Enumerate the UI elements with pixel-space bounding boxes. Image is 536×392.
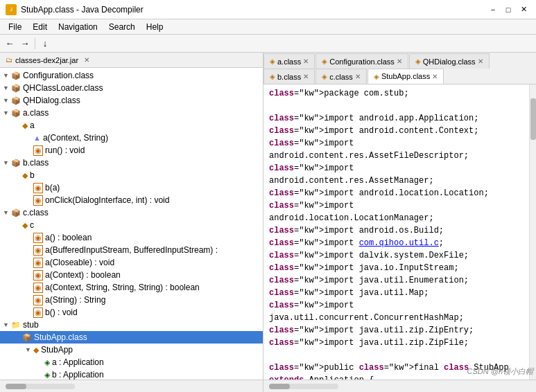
minimize-button[interactable]: − (486, 3, 500, 17)
code-line (269, 100, 524, 112)
tabs-row-top: ◈a.class✕◈Configuration.class✕◈QHDialog.… (263, 53, 536, 69)
tree-item[interactable]: ◈b : Application (0, 368, 263, 380)
code-line: class="kw">import java.util.zip.ZipFile; (269, 337, 524, 349)
tree-item[interactable]: ▼📦QHDialog.class (0, 94, 263, 107)
tree-item[interactable]: ◉b() : void (0, 306, 263, 319)
tree-item[interactable]: ▼📦Configuration.class (0, 69, 263, 82)
code-line: class="kw">import android.content.Contex… (269, 125, 524, 137)
left-scrollbar[interactable] (6, 384, 75, 389)
tree-item[interactable]: ▼◆StubApp (0, 344, 263, 356)
tree-item[interactable]: ▼📦QHClassLoader.class (0, 82, 263, 94)
menu-bar: File Edit Navigation Search Help (0, 19, 536, 35)
code-line: class="kw">import dalvik.system.DexFile; (269, 249, 524, 262)
code-line: class="kw">import java.util.zip.ZipEntry… (269, 324, 524, 337)
code-line: class="kw">import android.content.res.As… (269, 162, 524, 187)
right-bottom-scrollbar[interactable] (269, 384, 338, 389)
app-icon: J (6, 4, 17, 15)
toolbar-separator (35, 38, 35, 49)
code-line: class="kw">import android.location.Locat… (269, 199, 524, 224)
code-line: class="kw">import android.content.res.As… (269, 137, 524, 162)
code-line: class="kw">import java.util.concurrent.C… (269, 299, 524, 324)
tree-item[interactable]: ◉a(Context, String, String, String) : bo… (0, 281, 263, 294)
tree-item[interactable]: ◉b(a) (0, 181, 263, 194)
tree-view[interactable]: ▼📦Configuration.class▼📦QHClassLoader.cla… (0, 68, 263, 380)
menu-search[interactable]: Search (103, 19, 141, 34)
tree-item[interactable]: ◉run() : void (0, 144, 263, 157)
left-panel-tab-label: classes-dex2jar.jar (15, 56, 78, 64)
code-line: class="kw">import android.os.Build; (269, 224, 524, 237)
right-scrollbar[interactable] (529, 84, 536, 380)
window-title: StubApp.class - Java Decompiler (21, 5, 144, 15)
tree-item[interactable]: ◆a (0, 119, 263, 132)
code-line: class="kw">import com.qihoo.util.c; (269, 237, 524, 249)
down-button[interactable]: ↓ (38, 37, 52, 51)
code-line (269, 349, 524, 362)
tab-row2-1[interactable]: ◈c.class✕ (315, 69, 367, 84)
tree-item[interactable]: ▼📦b.class (0, 157, 263, 169)
tree-item[interactable]: ◆b (0, 169, 263, 181)
forward-button[interactable]: → (18, 37, 32, 51)
tree-item[interactable]: ◆c (0, 219, 263, 231)
tree-item[interactable]: ◉a(BufferedInputStream, BufferedInputStr… (0, 244, 263, 256)
tree-item[interactable]: ◉a(Context) : boolean (0, 269, 263, 281)
tab-row1-1[interactable]: ◈Configuration.class✕ (315, 53, 408, 69)
tree-item[interactable]: ◉onClick(DialogInterface, int) : void (0, 194, 263, 206)
window-controls: − □ ✕ (486, 3, 530, 17)
main-content: 🗂 classes-dex2jar.jar ✕ ▼📦Configuration.… (0, 53, 536, 392)
back-button[interactable]: ← (3, 37, 17, 51)
title-bar: J StubApp.class - Java Decompiler − □ ✕ (0, 0, 536, 19)
left-panel: 🗂 classes-dex2jar.jar ✕ ▼📦Configuration.… (0, 53, 263, 392)
tabs-bar: ◈a.class✕◈Configuration.class✕◈QHDialog.… (263, 53, 536, 84)
right-bottom-scrollbar-thumb[interactable] (269, 384, 290, 389)
tree-item[interactable]: ◈a : Application (0, 356, 263, 368)
maximize-button[interactable]: □ (501, 3, 515, 17)
tree-item[interactable]: ▲a(Context, String) (0, 132, 263, 144)
tree-item[interactable]: ▼📦a.class (0, 107, 263, 119)
tree-item[interactable]: ◉a() : boolean (0, 231, 263, 244)
menu-help[interactable]: Help (141, 19, 169, 34)
code-line: class="kw">import android.location.Locat… (269, 187, 524, 199)
close-button[interactable]: ✕ (517, 3, 530, 17)
menu-file[interactable]: File (3, 19, 27, 34)
tab-row1-0[interactable]: ◈a.class✕ (263, 53, 315, 69)
left-panel-tab[interactable]: 🗂 classes-dex2jar.jar ✕ (0, 53, 263, 68)
tree-item[interactable]: ▼📁stub (0, 319, 263, 331)
tab-row2-2[interactable]: ◈StubApp.class✕ (368, 69, 444, 84)
title-bar-left: J StubApp.class - Java Decompiler (6, 4, 144, 15)
code-line: class="kw">import java.util.Map; (269, 287, 524, 299)
tab-row1-2[interactable]: ◈QHDialog.class✕ (409, 53, 490, 69)
watermark: CSDN @h领小白帽 (467, 366, 533, 377)
tree-item[interactable]: 📦StubApp.class (0, 331, 263, 344)
code-line: class="kw">import java.util.Enumeration; (269, 274, 524, 287)
right-panel-inner: class="kw">package com.stub; class="kw">… (263, 84, 536, 380)
menu-navigation[interactable]: Navigation (53, 19, 103, 34)
toolbar: ← → ↓ (0, 35, 536, 53)
right-bottom-bar (263, 380, 536, 392)
left-scrollbar-thumb[interactable] (6, 384, 26, 389)
code-line: class="kw">package com.stub; (269, 87, 524, 100)
code-line: class="kw">import android.app.Applicatio… (269, 112, 524, 125)
tree-item[interactable]: ◉a(Closeable) : void (0, 256, 263, 269)
tree-item[interactable]: ▼📦c.class (0, 206, 263, 219)
tabs-row-bottom: ◈b.class✕◈c.class✕◈StubApp.class✕ (263, 69, 536, 84)
menu-edit[interactable]: Edit (27, 19, 53, 34)
code-line: class="kw">import java.io.InputStream; (269, 262, 524, 274)
left-panel-close[interactable]: ✕ (84, 56, 89, 64)
right-scrollbar-thumb[interactable] (530, 98, 536, 140)
right-panel: ◈a.class✕◈Configuration.class✕◈QHDialog.… (263, 53, 536, 392)
tab-row2-0[interactable]: ◈b.class✕ (263, 69, 315, 84)
code-area[interactable]: class="kw">package com.stub; class="kw">… (263, 84, 529, 380)
jar-icon: 🗂 (6, 56, 12, 64)
left-bottom-bar (0, 380, 263, 392)
tree-item[interactable]: ◉a(String) : String (0, 294, 263, 306)
